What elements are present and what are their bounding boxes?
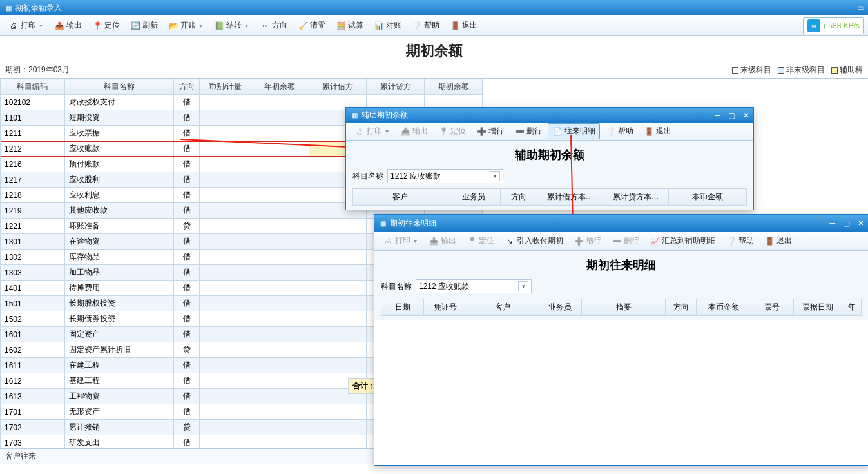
detail-dialog[interactable]: ▦ 期初往来明细 ─ ▢ ✕ 🖨打印▾📤输出📍定位↘引入收付期初➕增行➖删行📈汇… xyxy=(374,214,868,466)
col-header[interactable]: 累计借方 xyxy=(309,79,367,95)
col-header[interactable]: 业务员 xyxy=(447,189,501,206)
dialog2-big-title: 期初往来明细 xyxy=(381,255,862,277)
col-header[interactable]: 票号 xyxy=(751,299,793,316)
minimize-icon[interactable]: ─ xyxy=(715,111,720,120)
帮助-icon: ❔ xyxy=(412,21,422,31)
打印-icon: 🖨 xyxy=(383,236,393,246)
退出-button[interactable]: 🚪退出 xyxy=(760,233,796,249)
退出-button[interactable]: 🚪退出 xyxy=(445,17,482,34)
增行-button[interactable]: ➕增行 xyxy=(569,233,606,249)
帮助-button[interactable]: ❔帮助 xyxy=(601,123,638,139)
汇总到辅助明细-icon: 📈 xyxy=(650,236,660,246)
col-header[interactable]: 本币金额 xyxy=(669,189,747,206)
speed-indicator: ∞ ↓ 588 KB/s xyxy=(803,17,864,34)
增行-icon: ➕ xyxy=(574,236,584,246)
帮助-icon: ❔ xyxy=(606,126,616,137)
col-header[interactable]: 客户 xyxy=(467,299,539,316)
对账-button[interactable]: 📊对账 xyxy=(369,17,406,34)
定位-icon: 📍 xyxy=(467,236,477,246)
legend-box xyxy=(732,67,738,74)
dialog-icon: ▦ xyxy=(350,111,359,120)
d1-field-label: 科目名称 xyxy=(352,171,383,182)
dialog1-title: 辅助期初余额 xyxy=(362,110,408,121)
chevron-down-icon: ▾ xyxy=(38,22,44,29)
定位-button[interactable]: 📍定位 xyxy=(88,17,124,34)
打印-button[interactable]: 🖨打印▾ xyxy=(350,123,394,139)
col-header[interactable]: 期初余额 xyxy=(425,79,483,95)
d1-subject-dropdown[interactable]: 1212 应收账款 ▾ xyxy=(387,169,503,183)
app-icon: ▦ xyxy=(4,3,13,12)
方向-button[interactable]: ↔方向 xyxy=(255,17,292,34)
col-header[interactable]: 累计贷方本… xyxy=(603,189,669,206)
试算-button[interactable]: 🧮试算 xyxy=(331,17,368,34)
删行-button[interactable]: ➖删行 xyxy=(607,233,644,249)
col-header[interactable]: 本币金额 xyxy=(697,299,751,316)
chevron-down-icon: ▾ xyxy=(244,22,249,29)
汇总到辅助明细-button[interactable]: 📈汇总到辅助明细 xyxy=(645,233,720,249)
d2-subject-dropdown[interactable]: 1212 应收账款 ▾ xyxy=(416,279,532,293)
col-header[interactable]: 客户 xyxy=(353,189,447,206)
minimize-icon[interactable]: ─ xyxy=(829,219,835,228)
app-title: 期初余额录入 xyxy=(15,3,62,14)
chevron-down-icon: ▾ xyxy=(384,128,390,135)
col-header[interactable]: 币别/计量 xyxy=(200,79,251,95)
col-header[interactable]: 科目编码 xyxy=(1,79,65,95)
清零-button[interactable]: 🧹清零 xyxy=(293,17,330,34)
结转-button[interactable]: 📗结转▾ xyxy=(209,17,254,34)
开账-button[interactable]: 📂开账▾ xyxy=(164,17,208,34)
删行-icon: ➖ xyxy=(514,126,525,137)
col-header[interactable]: 科目名称 xyxy=(64,79,173,95)
打印-button[interactable]: 🖨打印▾ xyxy=(378,233,423,249)
增行-button[interactable]: ➕增行 xyxy=(472,123,508,139)
帮助-icon: ❔ xyxy=(726,236,737,246)
close-icon[interactable]: ✕ xyxy=(858,219,864,228)
定位-button[interactable]: 📍定位 xyxy=(462,233,499,249)
打印-button[interactable]: 🖨打印▾ xyxy=(4,17,48,34)
d2-grid[interactable]: 日期凭证号客户业务员摘要方向本币金额票号票据日期年 xyxy=(381,299,862,316)
col-header[interactable]: 年 xyxy=(842,299,862,316)
maximize-icon[interactable]: ▢ xyxy=(728,111,735,120)
col-header[interactable]: 票据日期 xyxy=(793,299,842,316)
往来明细-icon: 📄 xyxy=(552,126,563,137)
maximize-icon[interactable]: ▢ xyxy=(843,219,850,228)
打印-icon: 🖨 xyxy=(354,126,365,137)
col-header[interactable]: 凭证号 xyxy=(424,299,467,316)
输出-button[interactable]: 📤输出 xyxy=(50,17,86,34)
引入收付期初-icon: ↘ xyxy=(505,236,515,246)
main-title-bar: ▦ 期初余额录入 ▭ xyxy=(0,0,868,15)
col-header[interactable]: 业务员 xyxy=(539,299,581,316)
col-header[interactable]: 方向 xyxy=(501,189,537,206)
col-header[interactable]: 累计借方本… xyxy=(537,189,603,206)
col-header[interactable]: 方向 xyxy=(174,79,200,95)
增行-icon: ➕ xyxy=(476,126,487,137)
col-header[interactable]: 累计贷方 xyxy=(367,79,425,95)
page-title: 期初余额 xyxy=(0,36,868,63)
输出-button[interactable]: 📤输出 xyxy=(396,123,432,139)
period-label: 期初：2019年03月 xyxy=(5,64,70,75)
输出-button[interactable]: 📤输出 xyxy=(424,233,461,249)
引入收付期初-button[interactable]: ↘引入收付期初 xyxy=(500,233,568,249)
方向-icon: ↔ xyxy=(260,21,270,31)
刷新-icon: 🔄 xyxy=(130,21,140,31)
col-header[interactable]: 摘要 xyxy=(581,299,665,316)
打印-icon: 🖨 xyxy=(8,21,19,31)
restore-icon[interactable]: ▭ xyxy=(857,3,864,12)
刷新-button[interactable]: 🔄刷新 xyxy=(126,17,162,34)
col-header[interactable]: 方向 xyxy=(666,299,697,316)
d1-grid[interactable]: 客户业务员方向累计借方本…累计贷方本…本币金额 xyxy=(352,188,747,206)
退出-button[interactable]: 🚪退出 xyxy=(639,123,676,139)
输出-icon: 📤 xyxy=(54,21,64,31)
chevron-down-icon: ▾ xyxy=(490,171,500,181)
帮助-button[interactable]: ❔帮助 xyxy=(407,17,444,34)
main-toolbar: 🖨打印▾📤输出📍定位🔄刷新📂开账▾📗结转▾↔方向🧹清零🧮试算📊对账❔帮助🚪退出 … xyxy=(0,15,868,36)
对账-icon: 📊 xyxy=(374,21,384,31)
定位-button[interactable]: 📍定位 xyxy=(434,123,470,139)
close-icon[interactable]: ✕ xyxy=(743,111,749,120)
aux-balance-dialog[interactable]: ▦ 辅助期初余额 ─ ▢ ✕ 🖨打印▾📤输出📍定位➕增行➖删行📄往来明细❔帮助🚪… xyxy=(345,107,754,210)
col-header[interactable]: 年初余额 xyxy=(251,79,309,95)
col-header[interactable]: 日期 xyxy=(381,299,424,316)
往来明细-button[interactable]: 📄往来明细 xyxy=(548,123,600,139)
帮助-button[interactable]: ❔帮助 xyxy=(722,233,758,249)
结转-icon: 📗 xyxy=(214,21,224,31)
删行-button[interactable]: ➖删行 xyxy=(510,123,546,139)
